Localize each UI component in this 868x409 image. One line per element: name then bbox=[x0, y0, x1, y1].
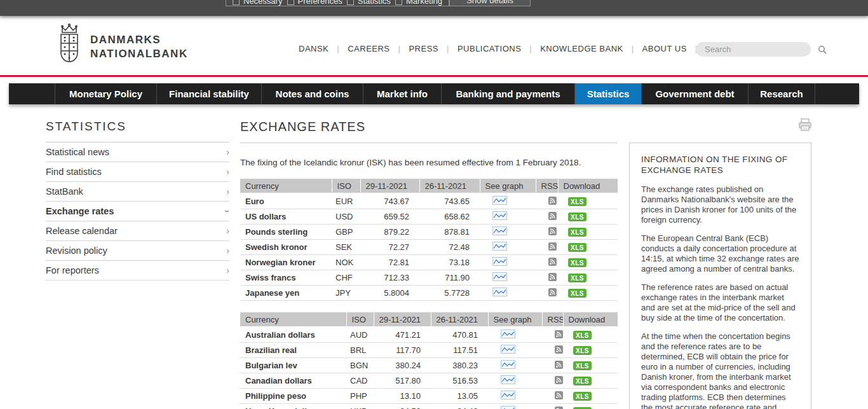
rss-icon[interactable] bbox=[548, 273, 557, 281]
checkbox-icon[interactable] bbox=[395, 0, 402, 5]
page-title: EXCHANGE RATES bbox=[240, 120, 618, 143]
nav-tab-government-debt[interactable]: Government debt bbox=[641, 83, 748, 104]
currency-name: US dollars bbox=[240, 209, 332, 225]
rate-29-11-2021: 117.70 bbox=[374, 343, 431, 358]
rss-icon[interactable] bbox=[548, 197, 557, 205]
xls-badge[interactable]: XLS bbox=[573, 392, 592, 401]
sidebar-item-statistical-news[interactable]: Statistical news› bbox=[46, 142, 229, 162]
xls-badge[interactable]: XLS bbox=[573, 377, 592, 385]
xls-badge[interactable]: XLS bbox=[568, 289, 587, 298]
rss-icon[interactable] bbox=[548, 242, 557, 251]
magnifier-icon[interactable] bbox=[818, 45, 827, 54]
xls-badge[interactable]: XLS bbox=[568, 274, 587, 282]
rss-icon[interactable] bbox=[555, 361, 563, 369]
top-nav-dansk[interactable]: DANSK bbox=[299, 44, 329, 53]
rss-icon[interactable] bbox=[555, 406, 563, 409]
bank-logo[interactable]: DANMARKS NATIONALBANK bbox=[57, 24, 188, 71]
rss-icon[interactable] bbox=[548, 227, 557, 235]
currency-name: Hong Kong dollars bbox=[240, 404, 346, 409]
rss-icon[interactable] bbox=[555, 330, 563, 338]
column-header-iso: ISO bbox=[332, 179, 360, 193]
nav-tab-research[interactable]: Research bbox=[748, 83, 815, 104]
line-chart-icon[interactable] bbox=[501, 329, 515, 338]
xls-badge[interactable]: XLS bbox=[568, 258, 587, 267]
table-row-eur: EuroEUR743.67743.65XLS bbox=[240, 193, 618, 209]
column-header-26-11-2021: 26-11-2021 bbox=[419, 179, 480, 193]
sidebar-item-for-reporters[interactable]: For reporters› bbox=[46, 261, 229, 281]
currency-iso: BGN bbox=[346, 358, 374, 373]
xls-badge[interactable]: XLS bbox=[573, 361, 592, 370]
rate-29-11-2021: 659.52 bbox=[360, 209, 419, 225]
line-chart-icon[interactable] bbox=[492, 211, 507, 220]
top-nav-press[interactable]: PRESS bbox=[409, 44, 438, 53]
top-nav-careers[interactable]: CAREERS bbox=[348, 44, 390, 53]
checkbox-icon[interactable] bbox=[287, 0, 294, 5]
xls-badge[interactable]: XLS bbox=[573, 331, 592, 340]
cookie-show-details-button[interactable]: Show details bbox=[449, 0, 531, 6]
logo-line-1: DANMARKS bbox=[90, 33, 188, 47]
line-chart-icon[interactable] bbox=[501, 360, 515, 369]
cookie-option-marketing[interactable]: Marketing bbox=[395, 0, 442, 5]
line-chart-icon[interactable] bbox=[492, 226, 507, 235]
cookie-option-necessary[interactable]: Necessary bbox=[233, 0, 282, 5]
printer-icon[interactable] bbox=[798, 118, 812, 132]
rss-icon[interactable] bbox=[555, 376, 563, 384]
top-nav-about-us[interactable]: ABOUT US bbox=[642, 44, 687, 53]
search-input[interactable] bbox=[703, 44, 818, 55]
search-box[interactable] bbox=[696, 42, 811, 57]
column-header-see-graph: See graph bbox=[488, 312, 542, 327]
statistics-sidebar: STATISTICS Statistical news›Find statist… bbox=[46, 120, 229, 281]
rss-icon[interactable] bbox=[548, 288, 557, 296]
rss-icon[interactable] bbox=[548, 258, 557, 266]
top-nav-publications[interactable]: PUBLICATIONS bbox=[458, 44, 521, 53]
cookie-consent-bar: NecessaryPreferencesStatisticsMarketing … bbox=[0, 0, 868, 16]
nav-tab-market-info[interactable]: Market info bbox=[363, 83, 441, 104]
rss-icon[interactable] bbox=[555, 391, 563, 399]
rss-icon[interactable] bbox=[548, 212, 557, 220]
table-row-php: Philippine pesoPHP13.1013.05XLS bbox=[240, 389, 618, 404]
sidebar-item-exchange-rates[interactable]: Exchange rates› bbox=[46, 202, 229, 221]
checkbox-icon[interactable] bbox=[347, 0, 354, 5]
table-row-usd: US dollarsUSD659.52658.62XLS bbox=[240, 209, 618, 225]
line-chart-icon[interactable] bbox=[501, 391, 515, 399]
line-chart-icon[interactable] bbox=[492, 257, 507, 266]
line-chart-icon[interactable] bbox=[492, 272, 507, 281]
sidebar-item-find-statistics[interactable]: Find statistics› bbox=[46, 162, 229, 182]
line-chart-icon[interactable] bbox=[501, 345, 515, 354]
line-chart-icon[interactable] bbox=[501, 375, 515, 384]
xls-badge[interactable]: XLS bbox=[573, 346, 592, 355]
xls-badge[interactable]: XLS bbox=[568, 197, 587, 206]
sidebar-item-statbank[interactable]: StatBank› bbox=[46, 182, 229, 202]
line-chart-icon[interactable] bbox=[492, 288, 507, 296]
chevron-right-icon: › bbox=[226, 246, 229, 256]
checkbox-icon[interactable] bbox=[233, 0, 240, 5]
currency-name: Canadian dollars bbox=[240, 373, 346, 389]
currency-iso: SEK bbox=[332, 240, 360, 255]
currency-name: Euro bbox=[240, 193, 332, 209]
sidebar-item-release-calendar[interactable]: Release calendar› bbox=[46, 221, 229, 241]
line-chart-icon[interactable] bbox=[501, 406, 515, 409]
line-chart-icon[interactable] bbox=[492, 196, 507, 205]
currency-iso: CHF bbox=[332, 270, 360, 286]
xls-badge[interactable]: XLS bbox=[568, 228, 587, 237]
chevron-right-icon: › bbox=[226, 147, 229, 157]
sidebar-item-revision-policy[interactable]: Revision policy› bbox=[46, 241, 229, 261]
nav-tab-monetary-policy[interactable]: Monetary Policy bbox=[55, 83, 156, 104]
nav-tab-financial-stability[interactable]: Financial stability bbox=[156, 83, 261, 104]
nav-tab-notes-and-coins[interactable]: Notes and coins bbox=[261, 83, 363, 104]
line-chart-icon[interactable] bbox=[492, 242, 507, 251]
cookie-option-statistics[interactable]: Statistics bbox=[347, 0, 391, 5]
xls-badge[interactable]: XLS bbox=[568, 243, 587, 252]
nav-tab-statistics[interactable]: Statistics bbox=[574, 83, 641, 104]
nav-tab-banking-and-payments[interactable]: Banking and payments bbox=[441, 83, 574, 104]
xls-badge[interactable]: XLS bbox=[568, 212, 587, 221]
currency-iso: EUR bbox=[332, 193, 360, 209]
cookie-option-preferences[interactable]: Preferences bbox=[287, 0, 342, 5]
top-nav-knowledge-bank[interactable]: KNOWLEDGE BANK bbox=[540, 44, 623, 53]
nav-filler bbox=[815, 83, 859, 104]
column-header-29-11-2021: 29-11-2021 bbox=[360, 179, 419, 193]
info-paragraph-1: The exchange rates published on Danmarks… bbox=[641, 184, 799, 225]
table-row-aud: Australian dollarsAUD471.21470.81XLS bbox=[240, 327, 618, 343]
rss-icon[interactable] bbox=[555, 345, 563, 354]
column-header-download: Download bbox=[558, 179, 618, 193]
